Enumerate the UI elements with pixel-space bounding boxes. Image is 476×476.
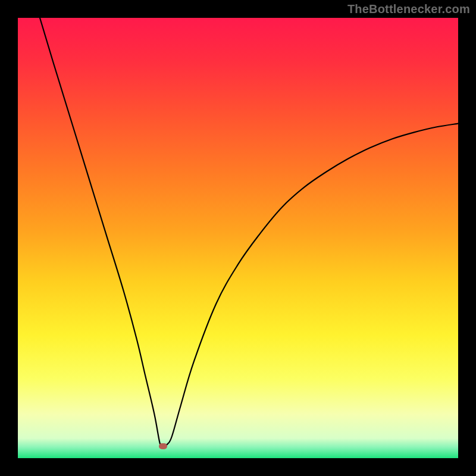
bottleneck-curve: [18, 18, 458, 458]
chart-frame: TheBottlenecker.com: [0, 0, 476, 476]
optimal-point-marker: [159, 443, 167, 449]
watermark-text: TheBottlenecker.com: [347, 2, 470, 16]
plot-area: [18, 18, 458, 458]
